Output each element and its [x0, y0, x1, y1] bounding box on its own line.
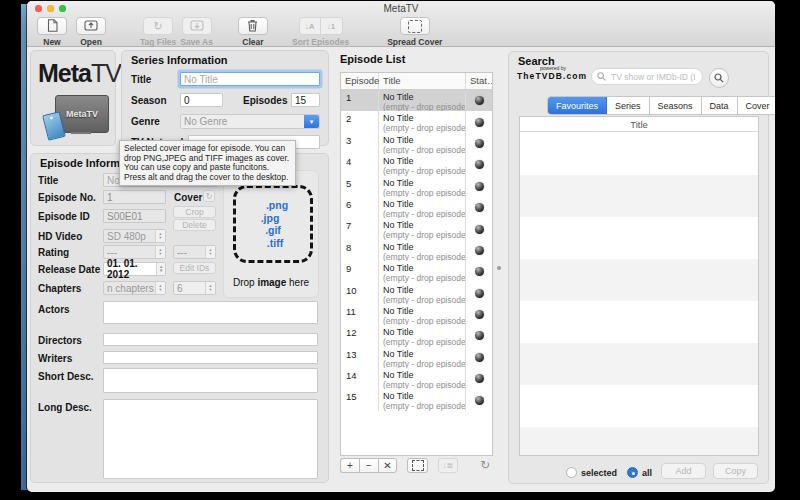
episode-row[interactable]: 9No Title(empty - drop episode…	[341, 261, 492, 282]
status-led-icon	[475, 96, 484, 105]
stepper-arrows-icon[interactable]: ▴▾	[156, 263, 165, 275]
favourites-title-column[interactable]: Title	[520, 117, 758, 132]
pane-splitter-handle[interactable]	[497, 266, 501, 270]
episode-subtitle: (empty - drop episode…	[383, 337, 465, 346]
metatv-wordmark: MetaTV	[38, 59, 121, 88]
copy-button: Copy	[713, 463, 758, 479]
episode-subtitle: (empty - drop episode…	[383, 252, 465, 261]
episode-row[interactable]: 15No Title(empty - drop episode…	[341, 389, 492, 410]
tab-series[interactable]: Series	[607, 97, 650, 114]
status-led-icon	[475, 225, 484, 234]
move-down-list-button: ↓≣	[438, 458, 458, 473]
tab-cover[interactable]: Cover	[738, 97, 775, 114]
episode-row[interactable]: 5No Title(empty - drop episode…	[341, 176, 492, 197]
cover-refresh-button: ↻	[203, 190, 215, 202]
sync-icon[interactable]: ↻	[480, 458, 490, 472]
episode-number: 9	[341, 261, 379, 282]
episode-number: 5	[341, 176, 379, 197]
episode-row[interactable]: 13No Title(empty - drop episode…	[341, 347, 492, 368]
metatv-window: MetaTV New Open ↻ Tag Files	[27, 1, 775, 492]
episode-number: 2	[341, 111, 379, 132]
episode-title-cell: No Title(empty - drop episode…	[379, 176, 466, 197]
episode-title: No Title	[383, 199, 465, 209]
episode-status-cell	[466, 283, 492, 304]
column-episode[interactable]: Episode	[341, 73, 379, 89]
episode-row[interactable]: 1No Title(empty - drop episode…	[341, 90, 492, 111]
episode-status-cell	[466, 197, 492, 218]
episode-row[interactable]: 11No Title(empty - drop episode…	[341, 304, 492, 325]
writers-input[interactable]	[103, 351, 318, 364]
clear-episodes-button[interactable]: ✕	[378, 458, 397, 473]
episode-subtitle: (empty - drop episode…	[383, 359, 465, 368]
cover-drop-panel: .png .jpg .gif .tiff Drop image here	[223, 170, 319, 298]
tab-favourites[interactable]: Favourites	[548, 97, 607, 114]
search-field[interactable]	[591, 68, 703, 85]
stepper-arrows-icon: ▴▾	[155, 282, 165, 294]
cover-label: Cover	[174, 192, 202, 203]
episode-row[interactable]: 8No Title(empty - drop episode…	[341, 240, 492, 261]
rating-label: Rating	[38, 247, 69, 258]
search-footer: selected all Add Copy	[509, 463, 768, 483]
episode-number: 13	[341, 347, 379, 368]
episodes-input[interactable]	[291, 93, 320, 107]
select-marquee-button[interactable]	[407, 458, 428, 473]
toolbar-open-button[interactable]: Open	[76, 17, 106, 47]
episode-row[interactable]: 2No Title(empty - drop episode…	[341, 111, 492, 132]
tab-data[interactable]: Data	[702, 97, 738, 114]
column-title[interactable]: Title	[379, 73, 466, 89]
long-desc-label: Long Desc.	[38, 402, 92, 413]
favourites-list-body[interactable]	[520, 133, 758, 455]
episode-status-cell	[466, 240, 492, 261]
episode-status-cell	[466, 133, 492, 154]
all-radio-label: all	[642, 468, 652, 478]
all-radio[interactable]	[627, 467, 638, 478]
long-desc-textarea[interactable]	[103, 399, 318, 479]
toolbar-new-button[interactable]: New	[37, 17, 67, 47]
episode-number: 14	[341, 368, 379, 389]
episode-row[interactable]: 14No Title(empty - drop episode…	[341, 368, 492, 389]
tab-seasons[interactable]: Seasons	[650, 97, 702, 114]
remove-episode-button[interactable]: −	[359, 458, 378, 473]
genre-label: Genre	[131, 116, 160, 127]
episode-subtitle: (empty - drop episode…	[383, 166, 465, 175]
episode-title-cell: No Title(empty - drop episode…	[379, 304, 466, 325]
episode-list-heading: Episode List	[340, 53, 405, 65]
toolbar: New Open ↻ Tag Files Save As	[27, 15, 775, 47]
episode-title-cell: No Title(empty - drop episode…	[379, 347, 466, 368]
episode-number: 11	[341, 304, 379, 325]
selected-radio-label: selected	[581, 468, 617, 478]
series-title-input[interactable]	[180, 72, 320, 86]
episode-row[interactable]: 10No Title(empty - drop episode…	[341, 283, 492, 304]
episode-title-cell: No Title(empty - drop episode…	[379, 90, 466, 111]
episode-row[interactable]: 7No Title(empty - drop episode…	[341, 218, 492, 239]
episode-subtitle: (empty - drop episode…	[383, 123, 465, 132]
search-go-button[interactable]	[709, 68, 729, 88]
add-episode-button[interactable]: +	[340, 458, 359, 473]
directors-input[interactable]	[103, 333, 318, 346]
episode-status-cell	[466, 304, 492, 325]
open-tray-icon	[84, 19, 98, 33]
format-jpg: .jpg	[261, 212, 280, 225]
search-input[interactable]	[609, 71, 697, 83]
episode-row[interactable]: 12No Title(empty - drop episode…	[341, 325, 492, 346]
genre-combobox[interactable]: No Genre ▾	[180, 114, 320, 129]
toolbar-spread-cover-button[interactable]: Spread Cover	[387, 17, 442, 47]
episode-number: 15	[341, 389, 379, 410]
toolbar-clear-button[interactable]: Clear	[238, 17, 268, 47]
episode-row[interactable]: 6No Title(empty - drop episode…	[341, 197, 492, 218]
trash-icon	[247, 19, 258, 34]
short-desc-textarea[interactable]	[103, 368, 318, 393]
status-led-icon	[475, 331, 484, 340]
episode-row[interactable]: 3No Title(empty - drop episode…	[341, 133, 492, 154]
column-status[interactable]: Stat…	[466, 73, 492, 89]
selected-radio[interactable]	[566, 467, 577, 478]
episode-row[interactable]: 4No Title(empty - drop episode…	[341, 154, 492, 175]
actors-textarea[interactable]	[103, 301, 318, 324]
favourites-list[interactable]: Title	[519, 116, 759, 456]
cover-dropzone[interactable]: .png .jpg .gif .tiff	[233, 185, 313, 263]
season-input[interactable]	[180, 93, 223, 107]
search-icon	[714, 73, 724, 83]
episode-status-cell	[466, 325, 492, 346]
episode-subtitle: (empty - drop episode…	[383, 209, 465, 218]
release-date-field[interactable]: 01. 01. 2012 ▴▾	[103, 262, 166, 276]
